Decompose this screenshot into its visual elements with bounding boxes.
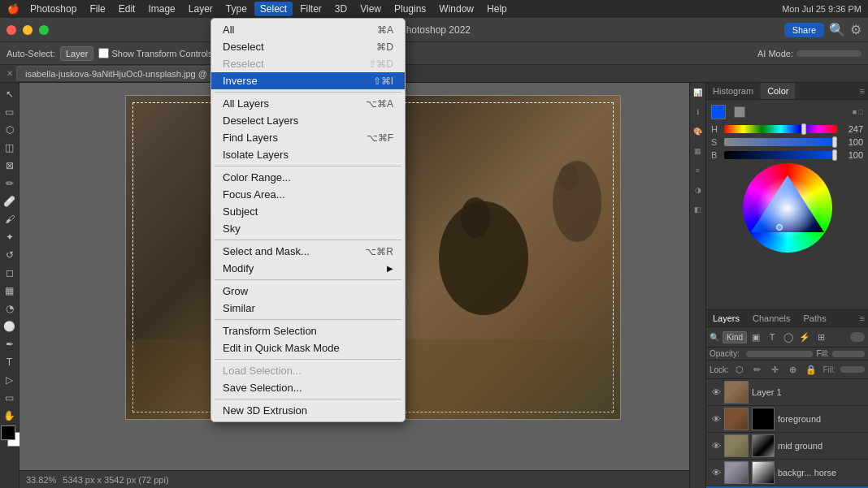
swatches-collapse-btn[interactable]: ▦ bbox=[692, 145, 705, 158]
tool-object-select[interactable]: ◫ bbox=[2, 140, 18, 156]
tool-type[interactable]: T bbox=[2, 354, 18, 370]
menu-select[interactable]: Select bbox=[254, 2, 293, 16]
info-collapse-btn[interactable]: ℹ bbox=[692, 106, 705, 119]
lock-all-btn[interactable]: 🔒 bbox=[804, 362, 818, 377]
tab-paths[interactable]: Paths bbox=[797, 310, 833, 326]
menu-item-modify[interactable]: Modify▶ bbox=[211, 260, 405, 277]
tab-channels[interactable]: Channels bbox=[746, 310, 796, 326]
menu-item-inverse[interactable]: Inverse⇧⌘I bbox=[211, 72, 405, 89]
bg-color-swatch[interactable] bbox=[734, 106, 745, 118]
menu-item-sky[interactable]: Sky bbox=[211, 220, 405, 237]
menu-item-all-layers[interactable]: All Layers⌥⌘A bbox=[211, 95, 405, 112]
menu-item-all[interactable]: All⌘A bbox=[211, 21, 405, 38]
menu-item-save-selection---[interactable]: Save Selection... bbox=[211, 379, 405, 396]
brightness-slider[interactable] bbox=[724, 151, 837, 159]
layer-item[interactable]: 👁 foreground bbox=[706, 406, 868, 433]
tool-brush[interactable]: 🖌 bbox=[2, 211, 18, 227]
color-collapse-btn[interactable]: 🎨 bbox=[692, 125, 705, 138]
menu-help[interactable]: Help bbox=[481, 2, 513, 16]
tool-eraser[interactable]: ◻ bbox=[2, 265, 18, 281]
tool-eyedropper[interactable]: ✏ bbox=[2, 175, 18, 192]
menu-item-grow[interactable]: Grow bbox=[211, 283, 405, 300]
layer-shape-filter[interactable]: ◯ bbox=[781, 330, 796, 344]
menu-item-new-3d-extrusion[interactable]: New 3D Extrusion bbox=[211, 402, 405, 419]
menu-item-subject[interactable]: Subject bbox=[211, 203, 405, 220]
maximize-button[interactable] bbox=[39, 25, 49, 35]
menu-type[interactable]: Type bbox=[220, 2, 253, 16]
menu-view[interactable]: View bbox=[354, 2, 387, 16]
tool-path-select[interactable]: ▷ bbox=[2, 372, 18, 388]
layer-visibility-toggle[interactable]: 👁 bbox=[710, 412, 723, 425]
tool-select-rect[interactable]: ▭ bbox=[2, 104, 18, 120]
menu-item-deselect-layers[interactable]: Deselect Layers bbox=[211, 112, 405, 129]
layer-kind-dropdown[interactable]: Kind bbox=[723, 331, 747, 343]
menu-file[interactable]: File bbox=[84, 2, 111, 16]
close-button[interactable] bbox=[7, 25, 16, 35]
fg-color-swatch[interactable] bbox=[711, 105, 726, 119]
layer-dropdown[interactable]: Layer bbox=[60, 46, 94, 61]
menu-plugins[interactable]: Plugins bbox=[388, 2, 432, 16]
tool-pen[interactable]: ✒ bbox=[2, 336, 18, 352]
layer-smart-filter[interactable]: ⊞ bbox=[814, 330, 828, 344]
adjustments-collapse-btn[interactable]: ◑ bbox=[692, 184, 705, 196]
tab-color[interactable]: Color bbox=[761, 83, 796, 99]
tool-clone[interactable]: ✦ bbox=[2, 229, 18, 245]
lock-transparent-btn[interactable]: ⬡ bbox=[732, 362, 747, 377]
layer-effect-filter[interactable]: ⚡ bbox=[797, 330, 812, 344]
lock-artboard-btn[interactable]: ⊕ bbox=[786, 362, 801, 377]
layer-item[interactable]: 👁 backgr... horse bbox=[706, 460, 868, 486]
foreground-color-box[interactable] bbox=[1, 425, 15, 440]
layer-visibility-toggle[interactable]: 👁 bbox=[710, 439, 723, 452]
menu-image[interactable]: Image bbox=[142, 2, 180, 16]
menu-item-isolate-layers[interactable]: Isolate Layers bbox=[211, 146, 405, 163]
tool-history-brush[interactable]: ↺ bbox=[2, 247, 18, 263]
settings-icon[interactable]: ⚙ bbox=[850, 22, 861, 37]
ai-mode-slider[interactable] bbox=[796, 50, 861, 57]
tab-histogram[interactable]: Histogram bbox=[706, 83, 761, 99]
tab-close-icon[interactable]: ✕ bbox=[7, 69, 13, 78]
minimize-button[interactable] bbox=[23, 25, 33, 35]
tool-blur[interactable]: ◔ bbox=[2, 300, 18, 317]
tab-layers[interactable]: Layers bbox=[706, 310, 746, 326]
apple-menu[interactable]: 🍎 bbox=[7, 2, 20, 15]
layer-pixel-filter[interactable]: ▣ bbox=[749, 330, 763, 344]
saturation-thumb[interactable] bbox=[832, 136, 837, 148]
layers-panel-menu[interactable]: ≡ bbox=[857, 310, 868, 326]
menu-item-color-range---[interactable]: Color Range... bbox=[211, 169, 405, 186]
layer-item[interactable]: 👁 Layer 1 bbox=[706, 379, 868, 406]
menu-item-transform-selection[interactable]: Transform Selection bbox=[211, 322, 405, 339]
tool-shape[interactable]: ▭ bbox=[2, 390, 18, 406]
menu-photoshop[interactable]: Photoshop bbox=[24, 2, 82, 16]
menu-item-find-layers[interactable]: Find Layers⌥⌘F bbox=[211, 129, 405, 146]
tool-healing[interactable]: 🩹 bbox=[2, 193, 18, 209]
color-wheel[interactable] bbox=[743, 163, 832, 253]
lock-position-btn[interactable]: ✛ bbox=[768, 362, 783, 377]
color-panel-menu[interactable]: ≡ bbox=[857, 83, 868, 99]
menu-item-select-and-mask---[interactable]: Select and Mask...⌥⌘R bbox=[211, 243, 405, 260]
layers-filter-toggle[interactable] bbox=[850, 332, 865, 342]
fill-slider[interactable] bbox=[832, 351, 865, 357]
menu-item-focus-area---[interactable]: Focus Area... bbox=[211, 186, 405, 203]
layer-type-filter[interactable]: T bbox=[765, 330, 779, 344]
tool-lasso[interactable]: ⬡ bbox=[2, 122, 18, 138]
menu-filter[interactable]: Filter bbox=[294, 2, 328, 16]
menu-window[interactable]: Window bbox=[433, 2, 480, 16]
tool-dodge[interactable]: ⚪ bbox=[2, 318, 18, 335]
show-transform-checkbox[interactable] bbox=[98, 48, 109, 58]
menu-item-deselect[interactable]: Deselect⌘D bbox=[211, 38, 405, 55]
layer-item[interactable]: 👁 mid ground bbox=[706, 433, 868, 460]
hue-slider[interactable] bbox=[724, 125, 837, 133]
search-icon[interactable]: 🔍 bbox=[829, 22, 845, 37]
menu-layer[interactable]: Layer bbox=[183, 2, 219, 16]
menu-edit[interactable]: Edit bbox=[113, 2, 141, 16]
saturation-slider[interactable] bbox=[724, 138, 837, 146]
hue-thumb[interactable] bbox=[801, 123, 806, 135]
fill-slider-right[interactable] bbox=[840, 366, 865, 373]
layers-collapse-btn[interactable]: ◧ bbox=[692, 203, 705, 216]
color-selection-dot[interactable] bbox=[776, 224, 783, 231]
properties-collapse-btn[interactable]: ≡ bbox=[692, 164, 705, 177]
tool-move[interactable]: ↖ bbox=[2, 86, 18, 102]
menu-item-similar[interactable]: Similar bbox=[211, 300, 405, 317]
tool-hand[interactable]: ✋ bbox=[2, 408, 18, 424]
histogram-collapse-btn[interactable]: 📊 bbox=[692, 86, 705, 99]
